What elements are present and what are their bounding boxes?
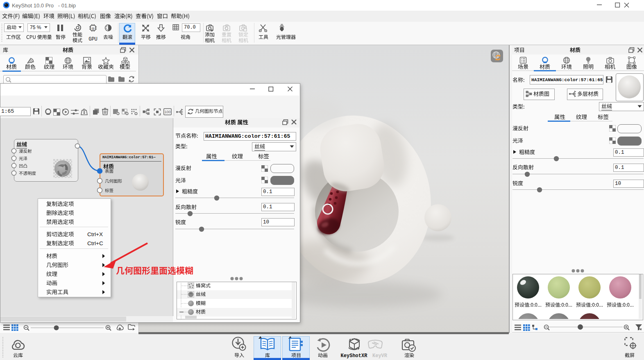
svg-text:100: 100 <box>164 110 170 114</box>
svg-text:G: G <box>92 27 94 30</box>
